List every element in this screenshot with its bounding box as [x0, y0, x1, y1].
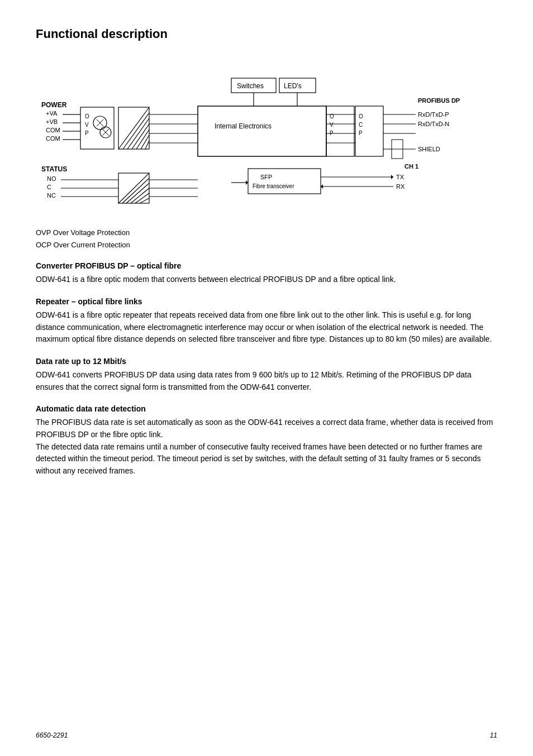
ch1-label: CH 1: [404, 163, 418, 170]
svg-text:V: V: [330, 122, 334, 128]
svg-line-13: [123, 113, 149, 149]
legend: OVP Over Voltage Protection OCP Over Cur…: [36, 227, 497, 251]
svg-line-17: [141, 135, 149, 149]
status-label: STATUS: [41, 165, 67, 173]
section-auto-detect-body: The PROFIBUS data rate is set automatica…: [36, 417, 497, 477]
svg-line-52: [118, 173, 149, 203]
nc-label: NC: [47, 192, 56, 199]
section-repeater: Repeater – optical fibre links ODW-641 i…: [36, 297, 497, 346]
shield-label: SHIELD: [418, 146, 440, 152]
section-repeater-heading: Repeater – optical fibre links: [36, 297, 497, 306]
section-converter-heading: Converter PROFIBUS DP – optical fibre: [36, 261, 497, 270]
internal-electronics-label: Internal Electronics: [215, 122, 272, 130]
svg-line-18: [145, 141, 149, 149]
svg-text:P: P: [85, 130, 89, 136]
rxd-txd-p-label: RxD/TxD-P: [418, 111, 449, 118]
section-converter: Converter PROFIBUS DP – optical fibre OD…: [36, 261, 497, 286]
plus-vb-label: +VB: [46, 118, 58, 125]
com1-label: COM: [46, 127, 60, 133]
svg-line-55: [131, 188, 149, 203]
svg-text:O: O: [359, 113, 363, 119]
section-data-rate: Data rate up to 12 Mbit/s ODW-641 conver…: [36, 357, 497, 393]
page-footer: 6650-2291 11: [36, 731, 497, 739]
section-repeater-body: ODW-641 is a fibre optic repeater that r…: [36, 309, 497, 346]
page-title: Functional description: [36, 27, 497, 41]
com2-label: COM: [46, 135, 60, 142]
tx-label: TX: [396, 174, 404, 180]
footer-page-number: 11: [490, 731, 497, 739]
section-auto-detect: Automatic data rate detection The PROFIB…: [36, 404, 497, 477]
rxd-txd-n-label: RxD/TxD-N: [418, 121, 449, 127]
svg-marker-63: [246, 180, 248, 185]
svg-rect-61: [248, 169, 321, 194]
leds-label: LED's: [284, 82, 302, 90]
section-data-rate-heading: Data rate up to 12 Mbit/s: [36, 357, 497, 366]
section-auto-detect-heading: Automatic data rate detection: [36, 404, 497, 413]
section-data-rate-body: ODW-641 converts PROFIBUS DP data using …: [36, 369, 497, 393]
rx-label: RX: [396, 183, 405, 190]
plus-va-label: +VA: [46, 110, 58, 117]
svg-text:C: C: [359, 122, 363, 128]
sections-container: Converter PROFIBUS DP – optical fibre OD…: [36, 261, 497, 477]
svg-text:V: V: [85, 122, 89, 128]
profibus-dp-label: PROFIBUS DP: [418, 97, 460, 104]
ovp-legend: OVP Over Voltage Protection: [36, 227, 497, 239]
functional-diagram: POWER +VA +VB COM COM O V P: [36, 57, 497, 213]
ocp-legend: OCP Over Current Protection: [36, 239, 497, 251]
svg-text:P: P: [359, 130, 363, 136]
no-label: NO: [47, 175, 56, 182]
svg-text:O: O: [85, 113, 89, 119]
sfp-label: SFP: [260, 174, 272, 180]
switches-label: Switches: [237, 82, 264, 90]
footer-doc-number: 6650-2291: [36, 731, 68, 739]
svg-rect-30: [198, 106, 326, 156]
svg-marker-65: [391, 175, 393, 179]
fibre-transceiver-label: Fibre transceiver: [253, 183, 294, 189]
diagram-svg: POWER +VA +VB COM COM O V P: [36, 57, 497, 213]
power-label: POWER: [41, 101, 67, 109]
section-converter-body: ODW-641 is a fibre optic modem that conv…: [36, 274, 497, 286]
c-label: C: [47, 184, 51, 190]
svg-line-14: [127, 118, 149, 149]
